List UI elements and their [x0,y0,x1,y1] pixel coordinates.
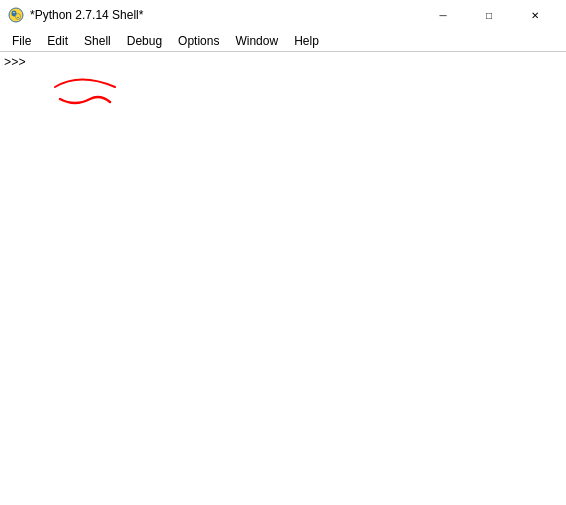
menu-help[interactable]: Help [286,32,327,50]
close-button[interactable]: ✕ [512,0,558,30]
app-icon [8,7,24,23]
title-bar: *Python 2.7.14 Shell* ─ □ ✕ [0,0,566,30]
title-bar-left: *Python 2.7.14 Shell* [8,7,143,23]
menu-file[interactable]: File [4,32,39,50]
menu-options[interactable]: Options [170,32,227,50]
menu-shell[interactable]: Shell [76,32,119,50]
minimize-button[interactable]: ─ [420,0,466,30]
shell-prompt: >>> [4,56,26,70]
svg-point-4 [17,17,18,18]
shell-content[interactable]: >>> [0,52,566,505]
title-bar-controls: ─ □ ✕ [420,0,558,30]
menu-bar: File Edit Shell Debug Options Window Hel… [0,30,566,52]
menu-edit[interactable]: Edit [39,32,76,50]
prompt-line: >>> [4,56,562,70]
maximize-button[interactable]: □ [466,0,512,30]
menu-window[interactable]: Window [227,32,286,50]
svg-point-3 [13,12,14,13]
menu-debug[interactable]: Debug [119,32,170,50]
annotation-overlay [0,52,566,505]
svg-point-2 [16,14,21,20]
title-bar-text: *Python 2.7.14 Shell* [30,8,143,22]
